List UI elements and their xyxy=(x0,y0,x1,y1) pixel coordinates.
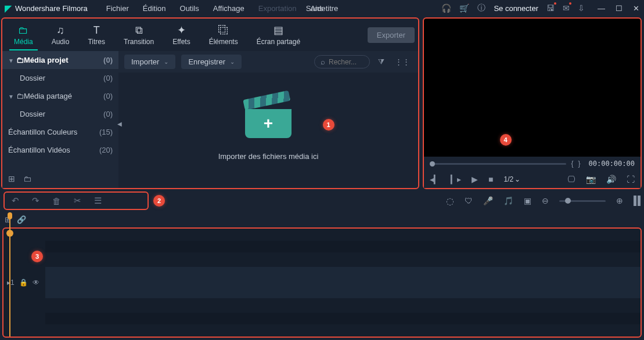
menu-bar: Fichier Édition Outils Affichage Exporta… xyxy=(100,2,332,15)
preview-scrubber-row: {} 00:00:00:00 xyxy=(424,157,641,171)
timeline-tracks: 3 ▸1 🔒 👁 xyxy=(2,227,642,338)
sidebar-item-sample-videos[interactable]: Échantillon Vidéos(20) xyxy=(2,141,118,159)
music-icon: ♫ xyxy=(56,24,64,37)
timeline-playhead[interactable] xyxy=(9,212,10,337)
add-folder-icon[interactable]: ⊞ xyxy=(8,174,15,183)
signin-link[interactable]: Se connecter xyxy=(494,4,538,13)
display-icon[interactable]: 🖵 xyxy=(567,175,575,184)
search-box[interactable]: ⌕ xyxy=(314,55,370,68)
zoom-in-icon[interactable]: ⊕ xyxy=(616,196,623,205)
undo-icon[interactable]: ↶ xyxy=(12,196,19,206)
menu-view[interactable]: Affichage xyxy=(207,2,250,15)
edit-toolbar-row: ↶ ↷ 🗑 ✂ ☰ 2 ◌ 🛡 🎤 🎵 ▣ ⊖ ⊕ xyxy=(0,190,644,211)
cart-icon[interactable]: 🛒 xyxy=(459,3,469,13)
grid-view-icon[interactable]: ⋮⋮ xyxy=(393,55,412,68)
preview-scrubber[interactable] xyxy=(430,163,566,165)
render-icon[interactable]: ◌ xyxy=(446,196,454,207)
fit-timeline-icon[interactable] xyxy=(634,196,641,206)
menu-export: Exportation xyxy=(253,2,303,15)
zoom-out-icon[interactable]: ⊖ xyxy=(542,196,549,205)
search-icon: ⌕ xyxy=(321,57,325,66)
media-dropzone[interactable]: + Importer des fichiers média ici 1 xyxy=(118,73,418,188)
annotation-3: 3 xyxy=(31,251,43,262)
minimize-button[interactable]: — xyxy=(598,4,605,13)
track-row-video[interactable]: ▸1 🔒 👁 xyxy=(3,265,641,301)
maximize-button[interactable]: ☐ xyxy=(616,4,623,13)
marker-icon[interactable]: 🛡 xyxy=(465,196,473,205)
menu-tools[interactable]: Outils xyxy=(174,2,205,15)
export-button[interactable]: Exporter xyxy=(368,27,415,43)
keyframe-icon[interactable]: ▣ xyxy=(524,196,531,205)
import-button[interactable]: Importer⌄ xyxy=(124,55,175,69)
edit-toolbar: ↶ ↷ 🗑 ✂ ☰ xyxy=(3,191,149,210)
tab-effects[interactable]: ✦Effets xyxy=(164,20,198,49)
media-content: Importer⌄ Enregistrer⌄ ⌕ ⧩ ⋮⋮ + Impor xyxy=(118,51,418,188)
open-folder-icon[interactable]: 🗀 xyxy=(23,174,31,183)
sidebar-item-folder-1[interactable]: Dossier(0) xyxy=(2,69,118,87)
search-input[interactable] xyxy=(329,58,364,66)
mail-icon[interactable]: ✉ xyxy=(563,3,570,13)
folder-icon: 🗀 xyxy=(18,24,28,37)
tab-audio[interactable]: ♫Audio xyxy=(44,21,78,49)
sidebar-item-project-media[interactable]: ▼🗀 Média projet(0) xyxy=(2,51,118,69)
fullscreen-icon[interactable]: ⛶ xyxy=(627,175,635,184)
split-icon: ▤ xyxy=(274,24,283,37)
title-bar: ◤ Wondershare Filmora Fichier Édition Ou… xyxy=(0,0,644,16)
voiceover-icon[interactable]: 🎤 xyxy=(483,196,493,205)
preview-timecode: 00:00:00:00 xyxy=(589,160,635,168)
delete-icon[interactable]: 🗑 xyxy=(52,196,61,206)
annotation-1: 1 xyxy=(323,119,334,131)
tab-titles[interactable]: TTitres xyxy=(80,21,113,49)
track-row-empty-bottom[interactable] xyxy=(3,301,641,337)
timeline-ruler-row: ⊞ 🔗 00:00:00:00 00:00:10:00 00:00:20:00 … xyxy=(0,211,644,227)
layers-icon: ⿻ xyxy=(218,24,229,37)
dropzone-text: Importer des fichiers média ici xyxy=(218,152,319,161)
sidebar-footer: ⊞ 🗀 xyxy=(2,169,118,188)
tab-media[interactable]: 🗀Média xyxy=(6,21,41,49)
sidebar-item-shared-media[interactable]: ▼🗀 Média partagé(0) xyxy=(2,87,118,105)
close-button[interactable]: ✕ xyxy=(633,4,639,13)
preview-controls: ◂▎ ▎▸ ▶ ■ 1/2 ⌄ 🖵 📷 🔊 ⛶ xyxy=(424,171,641,188)
stop-button[interactable]: ■ xyxy=(488,175,493,184)
tab-splitscreen[interactable]: ▤Écran partagé xyxy=(249,20,308,49)
panel-tabs: 🗀Média ♫Audio TTitres ⧉Transition ✦Effet… xyxy=(2,19,418,51)
sidebar-item-sample-colors[interactable]: Échantillon Couleurs(15) xyxy=(2,123,118,141)
next-frame-button[interactable]: ▎▸ xyxy=(451,175,461,184)
tab-elements[interactable]: ⿻Éléments xyxy=(201,21,246,49)
zoom-slider[interactable] xyxy=(559,200,606,202)
volume-icon[interactable]: 🔊 xyxy=(606,175,616,184)
chevron-down-icon: ⌄ xyxy=(164,59,168,65)
redo-icon[interactable]: ↷ xyxy=(32,196,39,206)
brace-in-icon[interactable]: { xyxy=(571,160,573,168)
play-button[interactable]: ▶ xyxy=(472,175,478,184)
track-row-empty-top[interactable] xyxy=(3,229,641,265)
filter-icon[interactable]: ⧩ xyxy=(376,55,387,69)
cut-icon[interactable]: ✂ xyxy=(74,196,81,206)
prev-frame-button[interactable]: ◂▎ xyxy=(430,175,440,184)
preview-scale[interactable]: 1/2 ⌄ xyxy=(503,175,520,183)
media-panel: 🗀Média ♫Audio TTitres ⧉Transition ✦Effet… xyxy=(1,17,419,189)
clapperboard-icon: + xyxy=(245,100,292,140)
support-icon[interactable]: 🎧 xyxy=(441,3,451,13)
track-index-label: ▸1 xyxy=(7,278,15,287)
chevron-down-icon: ⌄ xyxy=(230,59,235,65)
audio-mixer-icon[interactable]: 🎵 xyxy=(503,196,513,205)
info-icon[interactable]: ⓘ xyxy=(477,3,485,13)
filmora-logo-icon: ◤ xyxy=(5,3,12,14)
download-icon[interactable]: ⇩ xyxy=(578,3,585,13)
settings-icon[interactable]: ☰ xyxy=(94,196,102,206)
link-icon[interactable]: 🔗 xyxy=(17,215,26,224)
brace-out-icon[interactable]: } xyxy=(578,160,581,168)
visibility-icon[interactable]: 👁 xyxy=(33,278,39,287)
menu-file[interactable]: Fichier xyxy=(100,2,135,15)
record-button[interactable]: Enregistrer⌄ xyxy=(181,55,242,69)
tab-transition[interactable]: ⧉Transition xyxy=(116,21,162,49)
save-icon[interactable]: 🖫 xyxy=(546,3,555,13)
snapshot-icon[interactable]: 📷 xyxy=(586,175,596,184)
text-icon: T xyxy=(93,24,100,37)
preview-viewport[interactable] xyxy=(424,19,641,157)
app-logo: ◤ Wondershare Filmora xyxy=(5,3,88,14)
lock-icon[interactable]: 🔒 xyxy=(19,278,28,287)
menu-edit[interactable]: Édition xyxy=(137,2,172,15)
sidebar-item-folder-2[interactable]: Dossier(0) xyxy=(2,105,118,123)
